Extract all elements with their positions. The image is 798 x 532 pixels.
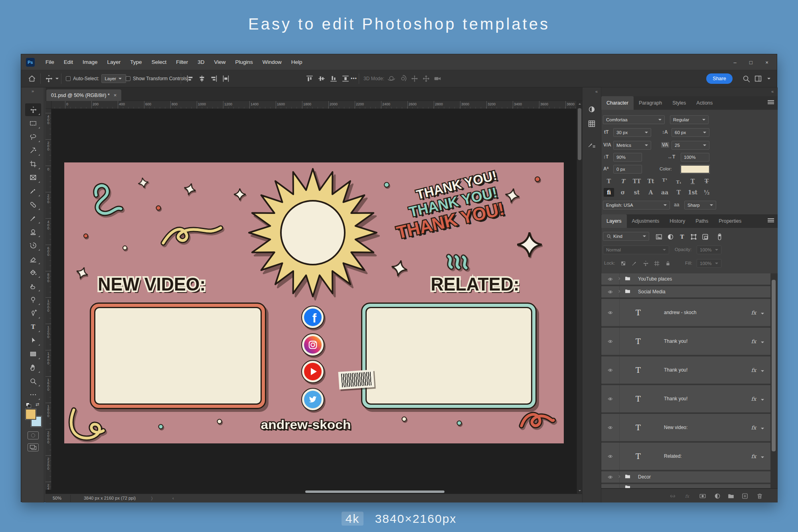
tool-preset-caret-icon[interactable] [55,78,59,81]
eraser-tool[interactable] [25,253,41,265]
collapsed-panel-brushes-icon[interactable] [587,141,597,150]
tab-paragraph[interactable]: Paragraph [634,96,667,110]
layer-effects-caret-icon[interactable] [761,399,764,402]
menu-view[interactable]: View [209,57,230,67]
layer-effects-caret-icon[interactable] [761,370,764,374]
move-tool[interactable] [25,103,41,116]
foreground-color-swatch[interactable] [26,409,36,419]
layer-visibility-icon[interactable] [601,385,620,412]
dodge-tool[interactable] [25,293,41,306]
collapse-dock-icon[interactable]: « [771,89,774,94]
layer-effects-caret-icon[interactable] [761,457,764,460]
horizontal-scrollbar-thumb[interactable] [305,490,444,493]
object-selection-tool[interactable] [25,144,41,157]
font-style-dropdown[interactable]: Regular [670,115,709,124]
character-panel-menu-icon[interactable] [768,100,774,104]
more-align-options[interactable]: ••• [351,76,357,81]
vertical-scrollbar-thumb[interactable] [578,108,581,160]
expand-tools-icon[interactable]: » [22,89,44,93]
home-icon[interactable] [28,74,36,83]
expand-panels-icon[interactable]: « [595,89,598,94]
vertical-scale-field[interactable]: 90% [613,153,642,162]
faux-bold-button[interactable]: T [604,177,614,186]
canvas-pasteboard[interactable]: NEW VIDEO:RELATED:THANK YOU!THANK YOU!TH… [51,109,577,490]
tab-properties[interactable]: Properties [713,214,747,228]
layer-row-group[interactable]: Social Media [601,286,770,298]
ruler-origin[interactable] [45,101,51,109]
new-layer-icon[interactable] [741,492,749,500]
layer-visibility-icon[interactable] [601,299,620,326]
default-colors-icon[interactable] [26,403,31,408]
frame-tool[interactable] [25,171,41,184]
layer-row-text[interactable]: TRelated:fx [601,443,770,471]
tab-paths[interactable]: Paths [690,214,713,228]
swap-colors-icon[interactable]: ⇄ [36,402,39,407]
discretionary-ligatures-button[interactable]: st [632,188,642,197]
anti-alias-dropdown[interactable]: Sharp [684,201,716,210]
add-layer-mask-icon[interactable] [698,492,707,500]
auto-select-dropdown[interactable]: Layer [101,74,126,83]
stylistic-alternates-button[interactable]: aa [660,188,670,197]
layer-effects-caret-icon[interactable] [761,342,764,345]
clone-stamp-tool[interactable] [25,225,41,238]
distribute-vertical-icon[interactable] [341,74,350,83]
pen-tool[interactable] [25,307,41,320]
contextual-alternates-button[interactable]: σ [618,188,628,197]
layers-scrollbar[interactable] [770,273,778,488]
layer-row-group[interactable]: Decor [601,471,770,483]
show-transform-checkbox[interactable] [126,76,130,81]
layer-filter-dropdown[interactable]: Kind [603,232,649,241]
menu-3d[interactable]: 3D [193,57,209,67]
minimize-icon[interactable]: – [732,59,738,65]
faux-italic-button[interactable]: T [618,177,628,186]
align-right-edges-icon[interactable] [209,74,218,83]
maximize-icon[interactable]: □ [748,59,754,65]
layer-visibility-icon[interactable] [601,414,620,441]
align-vertical-centers-icon[interactable] [317,74,326,83]
layer-row-text[interactable]: TThank you!fx [601,328,770,356]
align-bottom-edges-icon[interactable] [329,74,338,83]
edit-toolbar[interactable] [25,388,41,401]
font-size-dropdown[interactable]: 30 px [613,128,651,137]
layer-style-icon[interactable]: fx [683,492,691,500]
layer-row-text[interactable]: TThank you!fx [601,356,770,384]
status-flyout-icon[interactable]: 〉 [151,496,155,502]
tab-adjustments[interactable]: Adjustments [627,214,665,228]
layer-effects-badge[interactable]: fx [751,453,756,459]
layer-visibility-icon[interactable] [601,443,620,470]
brush-tool[interactable] [25,212,41,225]
scroll-left-icon[interactable]: ‹ [172,496,174,500]
close-tab-icon[interactable]: × [114,92,117,98]
layers-panel-menu-icon[interactable] [768,218,774,222]
new-adjustment-layer-icon[interactable] [713,492,722,500]
layer-effects-badge[interactable]: fx [751,310,756,316]
filter-smart-objects-icon[interactable] [700,232,710,241]
blend-mode-dropdown[interactable]: Normal [603,245,669,254]
vertical-scrollbar[interactable] [577,101,582,494]
collapsed-panel-swatches-icon[interactable] [587,119,597,129]
opacity-field[interactable]: 100% [697,245,721,254]
hand-tool[interactable] [25,361,41,374]
tab-history[interactable]: History [664,214,690,228]
zoom-level[interactable]: 50% [53,496,61,500]
spot-healing-brush-tool[interactable] [25,198,41,211]
lock-position-icon[interactable] [641,259,650,268]
paint-bucket-tool[interactable] [25,266,41,279]
menu-filter[interactable]: Filter [172,57,192,67]
tab-character[interactable]: Character [601,96,634,110]
workspace-switcher-icon[interactable] [754,74,762,83]
lasso-tool[interactable] [25,131,41,143]
layer-row-text[interactable]: Tandrew - skochfx [601,299,770,327]
menu-window[interactable]: Window [258,57,286,67]
leading-dropdown[interactable]: 60 px [672,128,709,137]
filter-pixel-layers-icon[interactable] [654,232,664,241]
history-brush-tool[interactable] [25,239,41,252]
lock-all-icon[interactable] [664,259,672,268]
layers-scrollbar-thumb[interactable] [772,280,776,451]
lock-pixels-icon[interactable] [630,259,639,268]
filter-type-layers-icon[interactable]: T [677,232,687,241]
eyedropper-tool[interactable] [25,185,41,198]
menu-edit[interactable]: Edit [59,57,77,67]
menu-select[interactable]: Select [147,57,171,67]
new-group-icon[interactable] [727,492,735,500]
